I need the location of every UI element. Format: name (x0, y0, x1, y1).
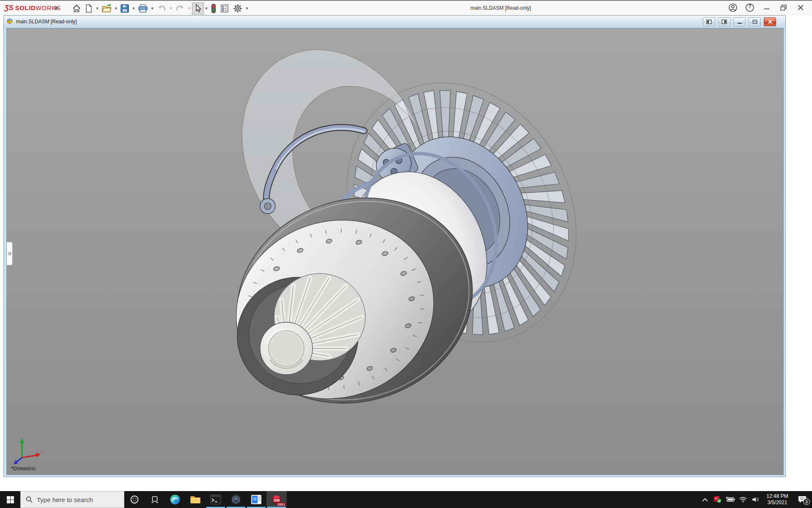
taskbar-clock[interactable]: 12:48 PM 3/5/2021 (762, 493, 793, 506)
taskbar-app-solidworks[interactable]: SW 2021 (266, 491, 287, 508)
taskbar-search[interactable] (20, 491, 124, 508)
start-button[interactable] (0, 491, 20, 508)
brand-bold: SOLID (15, 4, 36, 11)
menu-expand-arrow-icon[interactable]: ▶ (55, 5, 59, 11)
search-icon (26, 496, 33, 503)
open-dropdown[interactable]: ▼ (113, 6, 118, 11)
close-button[interactable] (794, 3, 807, 14)
select-tool-button[interactable] (192, 3, 204, 14)
system-tray: 12:48 PM 3/5/2021 3 (699, 491, 812, 508)
minimize-button[interactable] (760, 3, 773, 14)
print-icon (138, 4, 148, 13)
doc-minimize-icon (737, 20, 742, 24)
options-button[interactable] (231, 3, 244, 14)
taskbar-app-edge[interactable] (165, 491, 185, 508)
view-orientation-label: *Dimetric (11, 465, 36, 472)
gear-icon (233, 3, 243, 14)
home-button[interactable] (70, 3, 83, 14)
restore-button[interactable] (777, 3, 790, 14)
triad-x-label: x (41, 449, 44, 454)
minimize-icon (763, 4, 770, 13)
new-document-icon (85, 4, 93, 13)
solidworks-logo-mark: ƷS (4, 4, 14, 12)
tray-solidworks-status[interactable] (711, 491, 724, 508)
open-button[interactable] (100, 3, 113, 14)
tray-wifi[interactable] (737, 491, 749, 508)
app-titlebar: ƷS SOLIDWORKS ▶ ▼ ▼ ▼ (0, 0, 812, 15)
rebuild-traffic-light-icon (211, 3, 217, 14)
assembly-document-icon (6, 17, 14, 26)
app-window-title: main.SLDASM [Read-only] (470, 5, 531, 11)
status-bar (0, 477, 812, 491)
new-document-button[interactable] (83, 3, 95, 14)
hidden-icons-button[interactable] (699, 491, 711, 508)
orientation-triad[interactable]: x (13, 436, 47, 466)
doc-close-icon (768, 19, 773, 24)
wifi-icon (739, 497, 747, 503)
file-explorer-icon (190, 494, 201, 505)
media-app-icon (251, 494, 262, 505)
print-dropdown[interactable]: ▼ (150, 6, 155, 11)
document-titlebar[interactable]: main.SLDASM [Read-only] (4, 16, 785, 28)
solidworks-year-badge: 2021 (277, 502, 286, 506)
user-account-icon (728, 3, 738, 14)
file-properties-icon (220, 4, 229, 13)
svg-text:SW: SW (274, 498, 280, 502)
file-properties-button[interactable] (218, 3, 231, 14)
volume-icon (752, 496, 760, 503)
save-button[interactable] (118, 3, 131, 14)
undo-button[interactable] (155, 3, 168, 14)
new-document-dropdown[interactable]: ▼ (95, 6, 100, 11)
help-button[interactable]: ? (743, 3, 756, 14)
taskbar-app-command-prompt[interactable] (206, 491, 226, 508)
taskbar-app-hexagon[interactable] (226, 491, 246, 508)
doc-restore-icon (752, 19, 757, 24)
home-icon (72, 4, 81, 13)
cortana-button[interactable] (124, 491, 145, 508)
notification-count-badge: 3 (803, 498, 810, 505)
rebuild-button[interactable] (209, 3, 218, 14)
action-center-button[interactable]: 3 (793, 491, 812, 508)
redo-dropdown[interactable]: ▼ (187, 6, 192, 11)
solidworks-logo: ƷS SOLIDWORKS (4, 4, 60, 12)
account-button[interactable] (727, 3, 739, 14)
edge-icon (170, 494, 181, 505)
task-view-button[interactable] (145, 491, 165, 508)
taskbar: SW 2021 (0, 491, 812, 508)
tray-volume[interactable] (749, 491, 762, 508)
cortana-icon (130, 495, 139, 504)
taskbar-app-file-explorer[interactable] (185, 491, 206, 508)
doc-pane-left-toggle-button[interactable] (703, 17, 715, 26)
restore-icon (780, 4, 787, 13)
app-window-controls: ? (727, 3, 807, 14)
close-icon (797, 4, 804, 13)
taskbar-app-media[interactable] (246, 491, 266, 508)
document-window: main.SLDASM [Read-only] (3, 15, 786, 477)
doc-minimize-button[interactable] (733, 17, 746, 26)
chevron-up-icon (702, 498, 708, 502)
collapsed-panel-handle[interactable] (7, 242, 13, 265)
clock-date: 3/5/2021 (763, 500, 792, 506)
panel-handle-dot-icon (8, 252, 11, 255)
pane-right-icon (721, 19, 727, 24)
windows-logo-icon (7, 496, 14, 503)
print-button[interactable] (136, 3, 150, 14)
doc-close-button[interactable] (764, 17, 776, 26)
pane-left-icon (706, 19, 712, 24)
search-input[interactable] (37, 496, 117, 503)
select-tool-dropdown[interactable]: ▼ (204, 6, 209, 11)
options-dropdown[interactable]: ▼ (244, 6, 250, 11)
clock-time: 12:48 PM (763, 493, 792, 500)
redo-button[interactable] (173, 3, 187, 14)
doc-pane-right-toggle-button[interactable] (718, 17, 730, 26)
doc-restore-button[interactable] (749, 17, 761, 26)
command-prompt-icon (210, 494, 221, 505)
graphics-viewport[interactable]: x *Dimetric (6, 28, 784, 475)
quick-access-toolbar: ▼ ▼ ▼ ▼ ▼ ▼ (70, 3, 250, 14)
triad-y-axis (20, 438, 24, 443)
save-dropdown[interactable]: ▼ (131, 6, 136, 11)
tray-battery[interactable] (724, 491, 737, 508)
engine-model[interactable] (7, 28, 783, 475)
document-window-controls (703, 17, 776, 26)
undo-dropdown[interactable]: ▼ (168, 6, 173, 11)
